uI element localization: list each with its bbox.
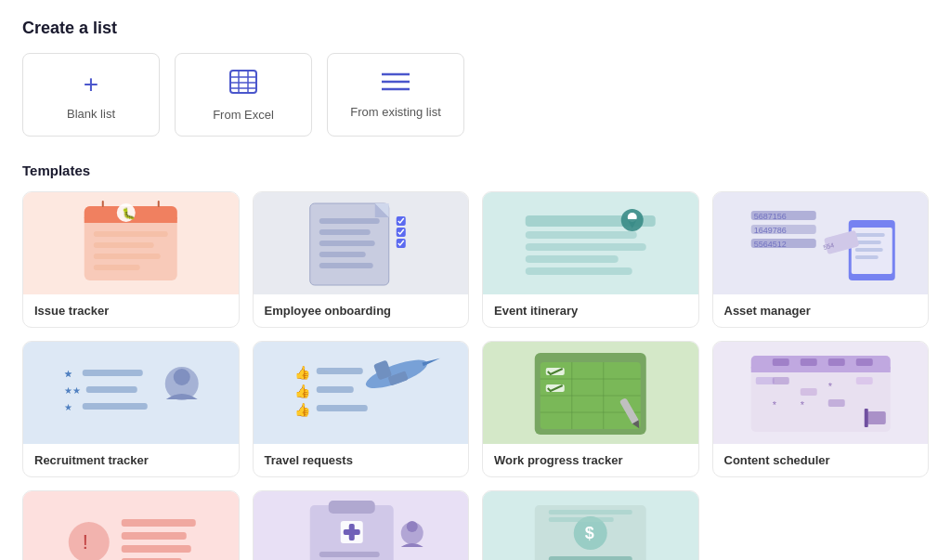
plus-icon: + bbox=[84, 70, 98, 99]
work-progress-tracker-label: Work progress tracker bbox=[483, 444, 698, 476]
page-title: Create a list bbox=[22, 19, 929, 38]
svg-rect-56 bbox=[83, 370, 143, 376]
svg-point-116 bbox=[406, 521, 417, 532]
incidents-preview: ! bbox=[23, 491, 239, 560]
event-itinerary-label: Event itinerary bbox=[483, 294, 698, 327]
svg-rect-15 bbox=[94, 265, 140, 270]
employee-onboarding-preview bbox=[254, 192, 469, 294]
template-content-scheduler[interactable]: * * * Content scheduler bbox=[712, 341, 930, 477]
svg-rect-12 bbox=[94, 231, 168, 237]
svg-point-62 bbox=[174, 369, 190, 385]
travel-requests-label: Travel requests bbox=[254, 444, 469, 476]
svg-rect-89 bbox=[827, 358, 844, 366]
template-recruitment-tracker[interactable]: ★ ★ ★★ ★ Recruitment tracker bbox=[22, 341, 240, 477]
svg-text:🐛: 🐛 bbox=[122, 206, 136, 220]
svg-point-101 bbox=[69, 522, 110, 560]
template-employee-onboarding[interactable]: Employee onboarding bbox=[253, 191, 470, 328]
templates-grid: 🐛 Issue tracker bbox=[22, 191, 929, 560]
svg-rect-58 bbox=[86, 386, 137, 393]
svg-rect-68 bbox=[316, 405, 367, 411]
svg-rect-125 bbox=[549, 510, 632, 514]
issue-tracker-preview: 🐛 bbox=[23, 192, 239, 294]
loans-preview: $ bbox=[483, 491, 698, 560]
list-icon bbox=[382, 72, 410, 98]
from-existing-option[interactable]: From existing list bbox=[327, 53, 464, 137]
svg-rect-96 bbox=[800, 388, 816, 396]
svg-rect-123 bbox=[549, 556, 632, 560]
content-scheduler-label: Content scheduler bbox=[713, 444, 929, 476]
svg-rect-100 bbox=[864, 409, 867, 427]
svg-rect-104 bbox=[122, 532, 187, 540]
svg-text:5687156: 5687156 bbox=[753, 212, 786, 221]
recruitment-tracker-preview: ★ ★ ★★ ★ bbox=[23, 342, 239, 444]
svg-rect-105 bbox=[122, 545, 191, 553]
svg-rect-86 bbox=[750, 367, 890, 372]
svg-rect-126 bbox=[549, 517, 614, 522]
asset-manager-label: Asset manager bbox=[713, 294, 929, 327]
recruitment-tracker-label: Recruitment tracker bbox=[23, 444, 239, 476]
svg-rect-14 bbox=[94, 254, 161, 259]
svg-rect-88 bbox=[800, 358, 816, 366]
travel-requests-preview: 👍 👍 👍 bbox=[254, 342, 469, 444]
from-excel-option[interactable]: From Excel bbox=[175, 53, 312, 137]
svg-rect-117 bbox=[319, 552, 379, 557]
template-asset-manager[interactable]: 5687156 1649786 5564512 554 Asset manage… bbox=[712, 191, 930, 328]
template-work-progress-tracker[interactable]: Work progress tracker bbox=[482, 341, 699, 477]
template-patients[interactable]: Patients bbox=[253, 490, 470, 560]
svg-rect-60 bbox=[83, 403, 148, 410]
from-existing-label: From existing list bbox=[350, 105, 441, 119]
svg-text:👍: 👍 bbox=[293, 384, 310, 399]
svg-text:★: ★ bbox=[64, 402, 72, 412]
svg-rect-34 bbox=[526, 243, 646, 251]
svg-text:👍: 👍 bbox=[293, 365, 310, 381]
svg-text:*: * bbox=[827, 381, 832, 392]
svg-text:5564512: 5564512 bbox=[753, 240, 786, 249]
svg-rect-25 bbox=[319, 252, 365, 257]
svg-rect-87 bbox=[772, 358, 788, 366]
template-incidents[interactable]: ! Incidents bbox=[22, 490, 240, 560]
svg-rect-103 bbox=[122, 519, 196, 527]
employee-onboarding-label: Employee onboarding bbox=[254, 294, 469, 327]
work-progress-tracker-preview bbox=[483, 342, 698, 444]
svg-rect-64 bbox=[316, 368, 362, 374]
svg-rect-36 bbox=[526, 267, 632, 275]
svg-rect-99 bbox=[866, 411, 885, 424]
svg-rect-50 bbox=[854, 248, 882, 252]
svg-rect-66 bbox=[316, 386, 353, 393]
svg-text:*: * bbox=[800, 399, 804, 410]
svg-rect-35 bbox=[526, 255, 619, 263]
svg-rect-90 bbox=[855, 358, 872, 366]
svg-rect-24 bbox=[319, 241, 374, 246]
from-excel-label: From Excel bbox=[213, 108, 274, 122]
template-issue-tracker[interactable]: 🐛 Issue tracker bbox=[22, 191, 240, 328]
asset-manager-preview: 5687156 1649786 5564512 554 bbox=[713, 192, 929, 294]
svg-rect-23 bbox=[319, 229, 370, 235]
svg-text:★★: ★★ bbox=[64, 385, 81, 396]
svg-text:★: ★ bbox=[64, 369, 72, 379]
svg-rect-49 bbox=[854, 241, 880, 244]
blank-list-label: Blank list bbox=[67, 107, 115, 121]
svg-text:*: * bbox=[772, 399, 776, 410]
excel-icon bbox=[228, 69, 258, 100]
svg-rect-114 bbox=[343, 529, 359, 535]
svg-rect-22 bbox=[319, 218, 379, 224]
template-loans[interactable]: $ Loans bbox=[482, 490, 699, 560]
blank-list-option[interactable]: + Blank list bbox=[22, 53, 160, 137]
templates-section-title: Templates bbox=[22, 163, 929, 178]
issue-tracker-label: Issue tracker bbox=[23, 294, 239, 327]
event-itinerary-preview bbox=[483, 192, 698, 294]
svg-rect-48 bbox=[854, 233, 884, 237]
svg-rect-33 bbox=[526, 231, 637, 239]
create-list-section: + Blank list From Excel From existing li… bbox=[22, 53, 929, 137]
svg-rect-26 bbox=[319, 263, 372, 268]
patients-preview bbox=[254, 491, 469, 560]
svg-text:👍: 👍 bbox=[293, 402, 310, 418]
svg-point-69 bbox=[362, 354, 430, 394]
template-travel-requests[interactable]: 👍 👍 👍 Travel requests bbox=[253, 341, 470, 477]
svg-text:!: ! bbox=[83, 530, 88, 553]
svg-rect-95 bbox=[772, 377, 788, 384]
content-scheduler-preview: * * * bbox=[713, 342, 929, 444]
template-event-itinerary[interactable]: Event itinerary bbox=[482, 191, 699, 328]
svg-rect-91 bbox=[755, 377, 774, 384]
svg-rect-13 bbox=[94, 242, 154, 248]
